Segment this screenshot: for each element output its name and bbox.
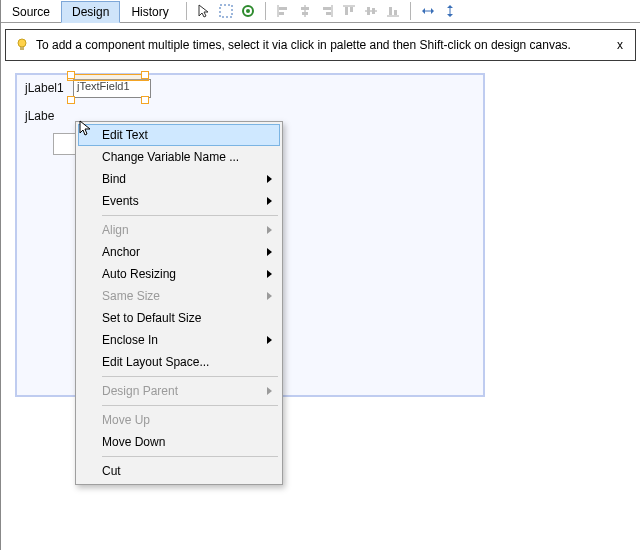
menu-item-label: Change Variable Name ...: [102, 150, 260, 164]
menu-item-label: Move Up: [102, 413, 260, 427]
menu-item-label: Enclose In: [102, 333, 260, 347]
menu-item-samesize: Same Size: [78, 285, 280, 307]
menu-item-moveup: Move Up: [78, 409, 280, 431]
lightbulb-icon: [14, 37, 30, 53]
selection-handle[interactable]: [141, 96, 149, 104]
menu-item-label: Edit Text: [102, 128, 260, 142]
component-jtextfield1[interactable]: jTextField1: [73, 79, 151, 98]
menu-item-bind[interactable]: Bind: [78, 168, 280, 190]
selection-handle[interactable]: [141, 71, 149, 79]
svg-rect-19: [389, 7, 392, 15]
hint-bar: To add a component multiple times, selec…: [5, 29, 636, 61]
svg-rect-10: [323, 7, 331, 10]
menu-item-label: Align: [102, 223, 260, 237]
menu-separator: [102, 405, 278, 406]
svg-rect-11: [326, 12, 331, 15]
align-center-v-icon[interactable]: [363, 3, 379, 19]
preview-icon[interactable]: [240, 3, 256, 19]
toolbar-separator: [410, 2, 411, 20]
hint-close-button[interactable]: x: [613, 38, 627, 52]
menu-item-cut[interactable]: Cut: [78, 460, 280, 482]
select-icon[interactable]: [196, 3, 212, 19]
resize-h-icon[interactable]: [420, 3, 436, 19]
svg-rect-0: [220, 5, 232, 17]
svg-rect-5: [279, 12, 284, 15]
svg-point-23: [18, 39, 26, 47]
resize-v-icon[interactable]: [442, 3, 458, 19]
menu-item-label: Same Size: [102, 289, 260, 303]
svg-rect-16: [367, 7, 370, 15]
submenu-arrow-icon: [267, 336, 272, 344]
submenu-arrow-icon: [267, 197, 272, 205]
menu-item-edit-text[interactable]: Edit Text: [78, 124, 280, 146]
menu-item-designparent: Design Parent: [78, 380, 280, 402]
svg-rect-24: [20, 47, 24, 50]
menu-item-events[interactable]: Events: [78, 190, 280, 212]
svg-point-2: [246, 9, 250, 13]
menu-item-label: Auto Resizing: [102, 267, 260, 281]
menu-item-layoutspace[interactable]: Edit Layout Space...: [78, 351, 280, 373]
menu-item-label: Set to Default Size: [102, 311, 260, 325]
menu-item-label: Edit Layout Space...: [102, 355, 260, 369]
submenu-arrow-icon: [267, 270, 272, 278]
menu-item-label: Move Down: [102, 435, 260, 449]
tab-design[interactable]: Design: [61, 1, 120, 23]
svg-rect-7: [301, 7, 309, 10]
svg-rect-4: [279, 7, 287, 10]
menu-item-enclose[interactable]: Enclose In: [78, 329, 280, 351]
svg-rect-14: [350, 7, 353, 12]
selection-handle[interactable]: [67, 71, 75, 79]
submenu-arrow-icon: [267, 292, 272, 300]
menu-separator: [102, 456, 278, 457]
context-menu: Edit TextChange Variable Name ...BindEve…: [75, 121, 283, 485]
menu-item-autoresize[interactable]: Auto Resizing: [78, 263, 280, 285]
menu-separator: [102, 376, 278, 377]
menu-item-align: Align: [78, 219, 280, 241]
menu-item-defsize[interactable]: Set to Default Size: [78, 307, 280, 329]
menu-item-movedown[interactable]: Move Down: [78, 431, 280, 453]
component-jlabel1[interactable]: jLabel1: [25, 81, 64, 95]
submenu-arrow-icon: [267, 226, 272, 234]
menu-item-anchor[interactable]: Anchor: [78, 241, 280, 263]
menu-item-change-var[interactable]: Change Variable Name ...: [78, 146, 280, 168]
selection-handle[interactable]: [67, 96, 75, 104]
submenu-arrow-icon: [267, 248, 272, 256]
submenu-arrow-icon: [267, 175, 272, 183]
align-top-icon[interactable]: [341, 3, 357, 19]
svg-rect-17: [372, 8, 375, 14]
component-jlabel2[interactable]: jLabe: [25, 109, 54, 123]
menu-item-label: Anchor: [102, 245, 260, 259]
menu-item-label: Design Parent: [102, 384, 260, 398]
selection-guide: [67, 74, 149, 81]
align-center-h-icon[interactable]: [297, 3, 313, 19]
hint-text: To add a component multiple times, selec…: [36, 38, 571, 52]
svg-rect-8: [302, 12, 308, 15]
toolbar-separator: [186, 2, 187, 20]
editor-tabstrip: Source Design History: [1, 0, 640, 23]
svg-rect-13: [345, 7, 348, 15]
svg-rect-20: [394, 10, 397, 15]
align-bottom-icon[interactable]: [385, 3, 401, 19]
menu-item-label: Bind: [102, 172, 260, 186]
align-left-icon[interactable]: [275, 3, 291, 19]
tab-source[interactable]: Source: [1, 1, 61, 22]
marquee-icon[interactable]: [218, 3, 234, 19]
component-placeholder[interactable]: [53, 133, 77, 155]
menu-item-label: Events: [102, 194, 260, 208]
tab-history[interactable]: History: [120, 1, 179, 22]
menu-item-label: Cut: [102, 464, 260, 478]
align-right-icon[interactable]: [319, 3, 335, 19]
submenu-arrow-icon: [267, 387, 272, 395]
menu-separator: [102, 215, 278, 216]
toolbar-separator: [265, 2, 266, 20]
